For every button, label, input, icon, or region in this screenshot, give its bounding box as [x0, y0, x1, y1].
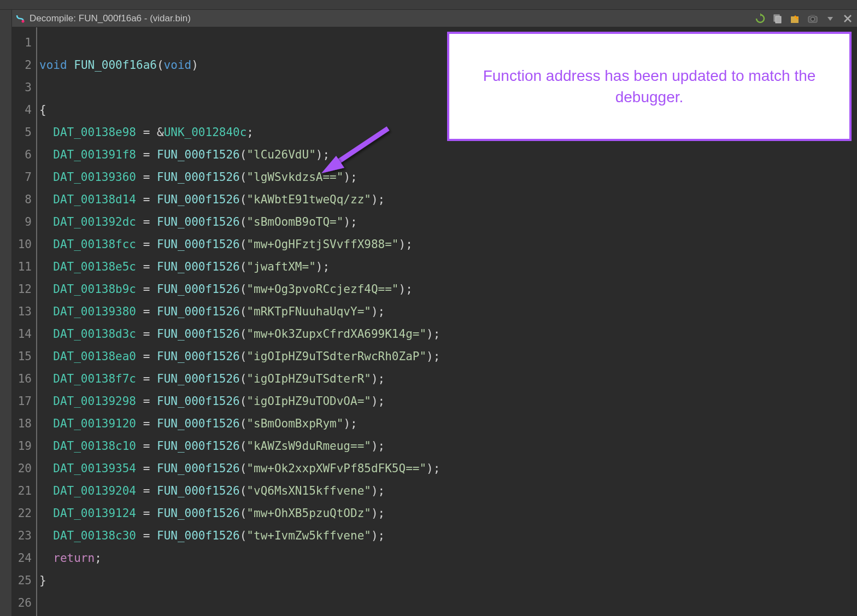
line-number: 16 [12, 368, 36, 390]
refresh-icon[interactable] [754, 13, 766, 25]
line-number: 15 [12, 345, 36, 368]
titlebar: Decompile: FUN_000f16a6 - (vidar.bin) [12, 10, 857, 27]
code-line[interactable]: DAT_00138c30 = FUN_000f1526("tw+IvmZw5kf… [39, 525, 857, 547]
snapshot-icon[interactable] [807, 13, 819, 25]
code-area[interactable]: 1234567891011121314151617181920212223242… [12, 27, 857, 616]
code-line[interactable]: DAT_00139354 = FUN_000f1526("mw+Ok2xxpXW… [39, 457, 857, 480]
line-number: 14 [12, 323, 36, 345]
line-number: 22 [12, 502, 36, 525]
close-icon[interactable] [842, 13, 854, 25]
code-line[interactable]: DAT_00139204 = FUN_000f1526("vQ6MsXN15kf… [39, 480, 857, 502]
left-gutter [0, 10, 12, 616]
code-line[interactable]: DAT_00138f7c = FUN_000f1526("igOIpHZ9uTS… [39, 368, 857, 390]
line-number: 12 [12, 278, 36, 301]
svg-point-0 [22, 20, 25, 22]
annotation-callout: Function address has been updated to mat… [447, 32, 852, 141]
svg-rect-6 [811, 15, 815, 17]
code-line[interactable]: } [39, 570, 857, 592]
line-number: 24 [12, 547, 36, 570]
line-number: 11 [12, 256, 36, 278]
code-line[interactable]: DAT_001391f8 = FUN_000f1526("lCu26VdU"); [39, 144, 857, 166]
line-number: 5 [12, 121, 36, 144]
line-number: 17 [12, 390, 36, 413]
line-number: 3 [12, 77, 36, 99]
line-number: 8 [12, 189, 36, 211]
code-line[interactable]: DAT_001392dc = FUN_000f1526("sBmOomB9oTQ… [39, 211, 857, 233]
line-number: 25 [12, 570, 36, 592]
dropdown-icon[interactable] [824, 13, 836, 25]
line-numbers: 1234567891011121314151617181920212223242… [12, 27, 37, 616]
line-number: 20 [12, 457, 36, 480]
edit-icon[interactable] [789, 13, 801, 25]
top-menu-strip [0, 0, 857, 10]
line-number: 2 [12, 54, 36, 77]
code-line[interactable]: DAT_00138e5c = FUN_000f1526("jwaftXM="); [39, 256, 857, 278]
svg-rect-2 [776, 16, 781, 23]
line-number: 23 [12, 525, 36, 547]
line-number: 6 [12, 144, 36, 166]
annotation-text: Function address has been updated to mat… [471, 65, 827, 108]
svg-rect-3 [791, 16, 799, 23]
line-number: 19 [12, 435, 36, 457]
code-line[interactable] [39, 592, 857, 614]
code-line[interactable]: DAT_00139380 = FUN_000f1526("mRKTpFNuuha… [39, 301, 857, 323]
line-number: 7 [12, 166, 36, 189]
titlebar-title: Decompile: FUN_000f16a6 - (vidar.bin) [30, 13, 754, 24]
code-line[interactable]: DAT_00138ea0 = FUN_000f1526("igOIpHZ9uTS… [39, 345, 857, 368]
line-number: 18 [12, 413, 36, 435]
line-number: 13 [12, 301, 36, 323]
code-line[interactable]: DAT_00139360 = FUN_000f1526("lgWSvkdzsA=… [39, 166, 857, 189]
code-line[interactable]: DAT_00138d14 = FUN_000f1526("kAWbtE91twe… [39, 189, 857, 211]
code-line[interactable]: return; [39, 547, 857, 570]
code-line[interactable]: DAT_00139124 = FUN_000f1526("mw+OhXB5pzu… [39, 502, 857, 525]
svg-point-5 [811, 17, 815, 21]
code-line[interactable]: DAT_00138fcc = FUN_000f1526("mw+OgHFztjS… [39, 233, 857, 256]
line-number: 21 [12, 480, 36, 502]
line-number: 10 [12, 233, 36, 256]
code-line[interactable]: DAT_00138d3c = FUN_000f1526("mw+Ok3ZupxC… [39, 323, 857, 345]
copy-icon[interactable] [772, 13, 784, 25]
code-line[interactable]: DAT_00138b9c = FUN_000f1526("mw+Og3pvoRC… [39, 278, 857, 301]
line-number: 26 [12, 592, 36, 614]
line-number: 4 [12, 99, 36, 121]
line-number: 1 [12, 32, 36, 54]
code-line[interactable]: DAT_00138c10 = FUN_000f1526("kAWZsW9duRm… [39, 435, 857, 457]
line-number: 9 [12, 211, 36, 233]
code-line[interactable]: DAT_00139298 = FUN_000f1526("igOIpHZ9uTO… [39, 390, 857, 413]
code-line[interactable]: DAT_00139120 = FUN_000f1526("sBmOomBxpRy… [39, 413, 857, 435]
decompile-icon [15, 14, 25, 24]
